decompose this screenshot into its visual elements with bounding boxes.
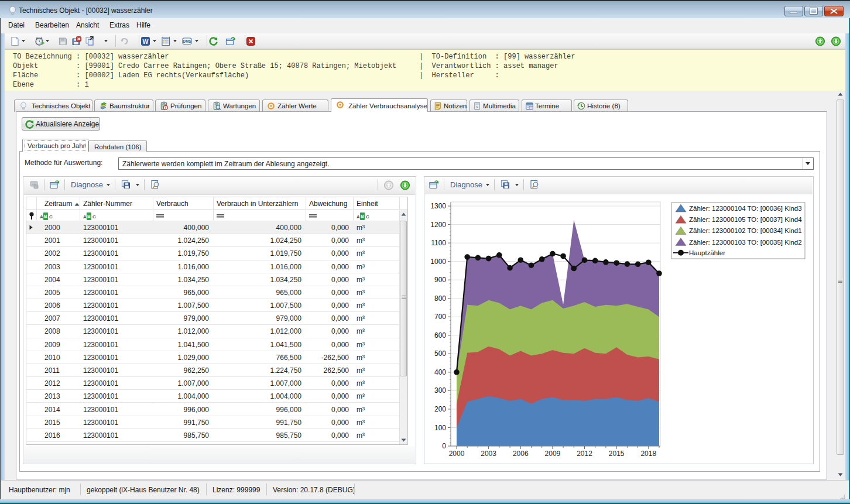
- svg-text:Zähler: 123000102 TO: [00034]: Zähler: 123000102 TO: [00034] Kind1: [689, 227, 802, 234]
- svg-text:200: 200: [434, 405, 446, 413]
- svg-text:1300: 1300: [430, 202, 446, 210]
- svg-text:Zähler: 123000103 TO: [00035]: Zähler: 123000103 TO: [00035] Kind2: [689, 239, 802, 246]
- svg-text:2009: 2009: [545, 450, 561, 458]
- svg-text:2012: 2012: [577, 450, 592, 458]
- svg-text:600: 600: [434, 331, 446, 340]
- svg-text:100: 100: [434, 424, 446, 432]
- svg-text:Zähler: 123000105 TO: [00037]: Zähler: 123000105 TO: [00037] Kind4: [689, 216, 802, 223]
- svg-text:700: 700: [434, 313, 446, 321]
- svg-text:400: 400: [434, 368, 446, 376]
- svg-text:300: 300: [434, 386, 446, 395]
- svg-text:800: 800: [434, 294, 446, 303]
- svg-text:2000: 2000: [449, 450, 465, 458]
- svg-text:2003: 2003: [481, 450, 496, 458]
- svg-text:900: 900: [434, 276, 446, 284]
- svg-text:Hauptzähler: Hauptzähler: [689, 249, 725, 256]
- svg-text:1100: 1100: [431, 239, 446, 247]
- svg-text:2015: 2015: [609, 450, 625, 458]
- svg-text:2006: 2006: [513, 450, 529, 458]
- svg-text:G: G: [476, 105, 478, 109]
- svg-text:500: 500: [434, 349, 446, 358]
- svg-text:DMS: DMS: [183, 39, 191, 43]
- svg-text:Zähler: 123000104 TO: [00036]: Zähler: 123000104 TO: [00036] Kind3: [689, 205, 802, 212]
- svg-text:1200: 1200: [430, 221, 446, 229]
- svg-text:2018: 2018: [640, 450, 656, 458]
- svg-text:W: W: [143, 38, 149, 45]
- svg-text:1000: 1000: [430, 258, 446, 266]
- svg-text:0: 0: [442, 442, 446, 450]
